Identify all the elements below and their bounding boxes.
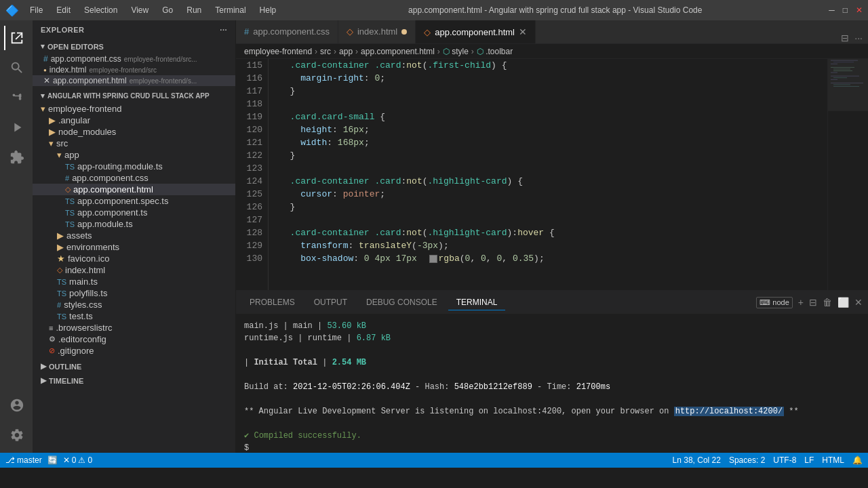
- tree-node-modules[interactable]: ▶ node_modules: [33, 126, 235, 138]
- breadcrumb-src[interactable]: src: [320, 47, 331, 56]
- tab-app-html[interactable]: ◇ app.component.html ✕: [416, 20, 536, 43]
- breadcrumb-file[interactable]: app.component.html: [361, 47, 435, 56]
- tree-test-ts[interactable]: TS test.ts: [33, 310, 235, 322]
- terminal-content[interactable]: main.js | main | 53.60 kB runtime.js | r…: [236, 314, 868, 453]
- tree-assets[interactable]: ▶ assets: [33, 230, 235, 241]
- maximize-button[interactable]: □: [843, 5, 848, 15]
- tree-index-html[interactable]: ◇ index.html: [33, 264, 235, 276]
- panel-tab-problems[interactable]: PROBLEMS: [241, 295, 303, 310]
- tree-browserslistrc[interactable]: ≡ .browserslistrc: [33, 322, 235, 333]
- project-section[interactable]: ▾ ANGULAR WITH SPRING CRUD FULL STACK AP…: [33, 89, 235, 103]
- menu-terminal[interactable]: Terminal: [210, 4, 251, 16]
- activity-run-icon[interactable]: [4, 115, 28, 140]
- tree-app-module[interactable]: TS app.module.ts: [33, 218, 235, 230]
- language-label: HTML: [822, 455, 844, 465]
- activity-search-icon[interactable]: [4, 56, 28, 80]
- tree-app-spec[interactable]: TS app.component.spec.ts: [33, 195, 235, 207]
- close-button[interactable]: ✕: [856, 5, 863, 15]
- menu-go[interactable]: Go: [157, 4, 178, 16]
- ts-icon7: TS: [57, 312, 66, 321]
- activity-extensions-icon[interactable]: [4, 145, 28, 169]
- open-editors-section[interactable]: ▾ OPEN EDITORS: [33, 39, 235, 54]
- activity-accounts-icon[interactable]: [4, 393, 28, 418]
- tabs-bar: # app.component.css ◇ index.html ◇ app.c…: [236, 20, 868, 44]
- activity-explorer-icon[interactable]: [4, 26, 28, 50]
- tab-css[interactable]: # app.component.css: [236, 20, 338, 43]
- encoding-status[interactable]: UTF-8: [773, 455, 796, 465]
- panel-tab-terminal[interactable]: TERMINAL: [448, 295, 506, 310]
- tree-styles-css[interactable]: # styles.css: [33, 299, 235, 310]
- tree-app-css[interactable]: # app.component.css: [33, 172, 235, 184]
- ts-icon6: TS: [57, 289, 66, 298]
- tab-app-html-label: app.component.html: [435, 27, 515, 37]
- tree-environments[interactable]: ▶ environments: [33, 241, 235, 253]
- error-icon: ✕: [63, 455, 70, 465]
- tree-editorconfig[interactable]: ⚙ .editorconfig: [33, 333, 235, 345]
- line-ending-status[interactable]: LF: [804, 455, 814, 465]
- new-terminal-icon[interactable]: +: [798, 297, 804, 308]
- panel-tab-output[interactable]: OUTPUT: [306, 295, 355, 310]
- tab-index-label: index.html: [357, 26, 397, 37]
- tree-app[interactable]: ▾ app: [33, 149, 235, 161]
- breadcrumb-app[interactable]: app: [339, 47, 353, 56]
- tree-polyfills[interactable]: TS polyfills.ts: [33, 287, 235, 299]
- timeline-section[interactable]: ▶ Timeline: [33, 373, 235, 388]
- menu-selection[interactable]: Selection: [79, 4, 123, 16]
- outline-section[interactable]: ▶ Outline: [33, 359, 235, 373]
- modified-indicator: [401, 29, 407, 35]
- errors-status[interactable]: ✕ 0 ⚠ 0: [63, 455, 92, 465]
- language-status[interactable]: HTML: [822, 455, 844, 465]
- tree-app-html[interactable]: ◇ app.component.html: [33, 184, 235, 195]
- menu-bar: File Edit Selection View Go Run Terminal…: [24, 4, 281, 16]
- folder-open-icon: ▾: [41, 104, 45, 114]
- tree-angular[interactable]: ▶ .angular: [33, 115, 235, 126]
- activity-settings-icon[interactable]: [4, 423, 28, 447]
- breadcrumb-employee-frontend[interactable]: employee-frontend: [244, 47, 312, 56]
- kill-terminal-icon[interactable]: 🗑: [823, 297, 832, 308]
- cursor-position-status[interactable]: Ln 38, Col 22: [673, 455, 721, 465]
- node-indicator: ⌨ node: [756, 297, 793, 308]
- spaces-status[interactable]: Spaces: 2: [729, 455, 765, 465]
- open-editor-css[interactable]: # app.component.css employee-frontend/sr…: [33, 54, 235, 64]
- breadcrumb-toolbar[interactable]: ⬡ .toolbar: [477, 47, 513, 56]
- tab-close-button[interactable]: ✕: [519, 26, 527, 37]
- menu-run[interactable]: Run: [181, 4, 207, 16]
- tree-main-ts[interactable]: TS main.ts: [33, 276, 235, 287]
- main-layout: Explorer ··· ▾ OPEN EDITORS # app.compon…: [0, 20, 868, 453]
- ts-icon2: TS: [65, 197, 75, 205]
- more-actions-icon[interactable]: ···: [854, 33, 863, 43]
- titlebar: 🔷 File Edit Selection View Go Run Termin…: [0, 0, 868, 20]
- activity-bar: [0, 20, 33, 453]
- menu-file[interactable]: File: [24, 4, 48, 16]
- notification-icon[interactable]: 🔔: [852, 455, 863, 465]
- open-editor-html[interactable]: ✕ app.component.html employee-frontend/s…: [33, 75, 235, 86]
- tree-employee-frontend[interactable]: ▾ employee-frontend: [33, 103, 235, 115]
- split-terminal-icon[interactable]: ⊟: [809, 297, 817, 308]
- config-icon2: ⚙: [49, 335, 56, 344]
- tree-favicon[interactable]: ★ favicon.ico: [33, 253, 235, 264]
- menu-help[interactable]: Help: [254, 4, 282, 16]
- split-editor-icon[interactable]: ⊟: [841, 33, 849, 43]
- git-branch-status[interactable]: ⎇ master: [5, 455, 42, 465]
- tree-gitignore[interactable]: ⊘ .gitignore: [33, 345, 235, 357]
- sync-status[interactable]: 🔄: [47, 455, 58, 465]
- sidebar-more-actions[interactable]: ···: [220, 26, 227, 34]
- close-icon[interactable]: ✕: [43, 76, 50, 85]
- warning-icon: ⚠: [78, 455, 85, 465]
- tree-app-component-ts[interactable]: TS app.component.ts: [33, 207, 235, 218]
- breadcrumb-style[interactable]: ⬡ style: [443, 47, 469, 56]
- activity-source-control-icon[interactable]: [4, 85, 28, 110]
- chevron-right-icon: ▾: [41, 92, 45, 100]
- panel-maximize-icon[interactable]: ⬜: [837, 297, 849, 308]
- tree-app-routing[interactable]: TS app-routing.module.ts: [33, 161, 235, 172]
- html-tab-icon: ◇: [347, 26, 353, 37]
- panel-tab-debug-console[interactable]: DEBUG CONSOLE: [358, 295, 446, 310]
- panel-close-icon[interactable]: ✕: [854, 297, 863, 308]
- tree-src[interactable]: ▾ src: [33, 138, 235, 149]
- menu-edit[interactable]: Edit: [51, 4, 76, 16]
- window-controls: ─ □ ✕: [829, 5, 863, 15]
- minimize-button[interactable]: ─: [829, 5, 835, 15]
- menu-view[interactable]: View: [125, 4, 154, 16]
- open-editor-index[interactable]: ● index.html employee-frontend/src: [33, 64, 235, 75]
- tab-index[interactable]: ◇ index.html: [338, 20, 416, 43]
